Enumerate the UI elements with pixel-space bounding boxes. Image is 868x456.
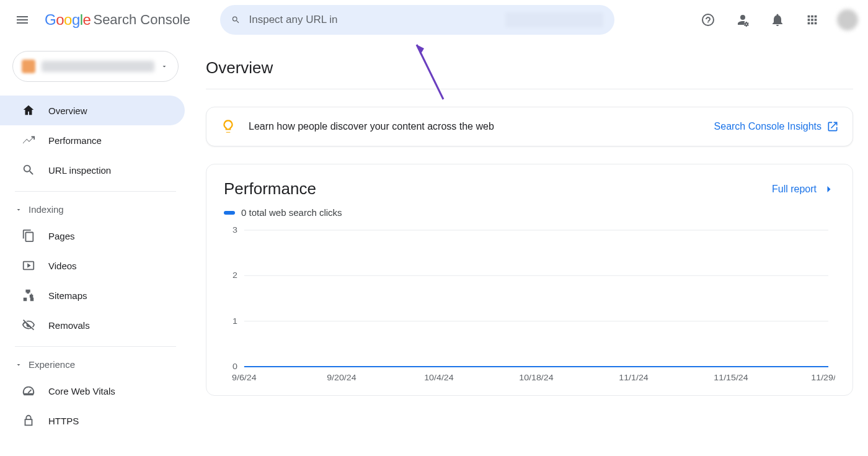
property-selector[interactable]: [12, 51, 179, 82]
page-title: Overview: [206, 58, 853, 78]
property-favicon: [22, 60, 35, 73]
sidebar-item-pages[interactable]: Pages: [0, 221, 185, 251]
main-content: Overview Learn how people discover your …: [191, 40, 868, 456]
sidebar-item-label: Videos: [48, 261, 77, 271]
sidebar-item-removals[interactable]: Removals: [0, 310, 185, 340]
url-input[interactable]: [249, 14, 494, 26]
visibility-off-icon: [22, 318, 35, 332]
insights-text: Learn how people discover your content a…: [249, 121, 702, 132]
sidebar-item-performance[interactable]: Performance: [0, 125, 185, 155]
notifications-button[interactable]: [763, 5, 792, 35]
product-logo[interactable]: Google Search Console: [45, 11, 190, 29]
search-icon: [22, 163, 35, 177]
insights-link[interactable]: Search Console Insights: [714, 120, 839, 133]
sidebar-item-label: Removals: [48, 320, 90, 331]
svg-text:11/15/24: 11/15/24: [714, 373, 748, 382]
caret-down-icon: [15, 206, 22, 213]
speed-icon: [22, 384, 35, 398]
sidebar-item-label: Performance: [48, 135, 102, 146]
product-name: Search Console: [93, 12, 190, 28]
sitemap-icon: [22, 288, 35, 302]
search-icon: [231, 13, 241, 27]
account-avatar[interactable]: [837, 9, 858, 30]
chart-legend: 0 total web search clicks: [224, 207, 835, 218]
svg-text:0: 0: [232, 362, 237, 371]
performance-card: Performance Full report 0 total web sear…: [206, 164, 853, 396]
caret-down-icon: [15, 361, 22, 369]
link-label: Search Console Insights: [714, 121, 822, 132]
user-settings-icon: [735, 12, 750, 27]
sidebar-item-label: Sitemaps: [48, 290, 87, 301]
chevron-right-icon: [823, 183, 835, 195]
divider: [206, 89, 853, 89]
trend-icon: [22, 133, 35, 147]
sidebar-item-https[interactable]: HTTPS: [0, 406, 185, 436]
legend-swatch: [224, 211, 235, 215]
video-icon: [22, 259, 35, 272]
link-label: Full report: [772, 184, 817, 195]
insights-card: Learn how people discover your content a…: [206, 107, 853, 146]
pages-icon: [22, 229, 35, 243]
redacted-domain: [505, 12, 603, 27]
menu-button[interactable]: [7, 5, 37, 35]
home-icon: [22, 104, 35, 117]
section-label: Experience: [29, 359, 75, 370]
help-button[interactable]: [693, 5, 723, 35]
user-settings-button[interactable]: [728, 5, 758, 35]
sidebar-section-experience[interactable]: Experience: [0, 353, 191, 376]
sidebar-item-label: HTTPS: [48, 416, 79, 426]
legend-label: 0 total web search clicks: [241, 207, 342, 218]
svg-text:10/18/24: 10/18/24: [519, 373, 554, 382]
sidebar-item-label: URL inspection: [48, 165, 111, 176]
svg-text:9/6/24: 9/6/24: [232, 373, 257, 382]
full-report-link[interactable]: Full report: [772, 183, 835, 195]
divider: [15, 346, 176, 347]
sidebar-item-label: Core Web Vitals: [48, 386, 115, 396]
header-actions: [693, 5, 858, 35]
svg-text:9/20/24: 9/20/24: [327, 373, 356, 382]
google-logo: Google: [45, 11, 91, 29]
help-icon: [701, 12, 715, 27]
bell-icon: [770, 12, 785, 27]
lightbulb-icon: [220, 118, 236, 135]
open-external-icon: [826, 120, 839, 133]
property-name-redacted: [42, 61, 154, 72]
hamburger-icon: [15, 12, 30, 27]
svg-text:11/1/24: 11/1/24: [619, 373, 649, 382]
url-inspect-search[interactable]: [220, 5, 614, 35]
sidebar-section-indexing[interactable]: Indexing: [0, 198, 191, 221]
sidebar-item-label: Pages: [48, 231, 75, 241]
lock-icon: [22, 414, 35, 427]
section-label: Indexing: [29, 204, 64, 215]
app-header: Google Search Console: [0, 0, 868, 40]
performance-chart: 01239/6/249/20/2410/4/2410/18/2411/1/241…: [224, 224, 835, 385]
sidebar-item-core-web-vitals[interactable]: Core Web Vitals: [0, 376, 185, 406]
sidebar-item-label: Overview: [48, 105, 87, 116]
sidebar-item-overview[interactable]: Overview: [0, 96, 185, 125]
svg-text:3: 3: [232, 226, 237, 235]
svg-text:11/29/24: 11/29/24: [811, 373, 835, 382]
sidebar: Overview Performance URL inspection Inde…: [0, 40, 191, 456]
divider: [15, 191, 176, 192]
caret-down-icon: [161, 63, 168, 70]
sidebar-item-url-inspection[interactable]: URL inspection: [0, 155, 185, 185]
sidebar-item-videos[interactable]: Videos: [0, 251, 185, 280]
apps-button[interactable]: [797, 5, 827, 35]
apps-grid-icon: [805, 13, 819, 27]
svg-text:2: 2: [232, 271, 237, 280]
sidebar-item-sitemaps[interactable]: Sitemaps: [0, 280, 185, 310]
performance-title: Performance: [224, 179, 316, 199]
svg-text:10/4/24: 10/4/24: [424, 373, 454, 382]
svg-text:1: 1: [232, 316, 237, 325]
